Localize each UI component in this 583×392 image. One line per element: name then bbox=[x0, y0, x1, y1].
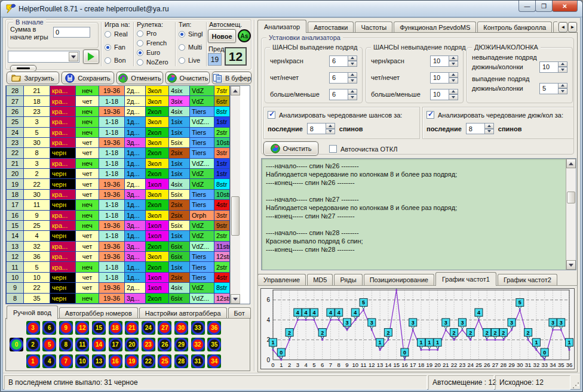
table-row-spin-19[interactable]: 1922чернчет19-362д...1кол4sixVdZ8str bbox=[7, 179, 230, 189]
radio-icon[interactable] bbox=[137, 50, 143, 56]
number-button-21[interactable]: 21 bbox=[125, 321, 139, 335]
number-button-25[interactable]: 25 bbox=[158, 354, 171, 368]
resize-grip[interactable] bbox=[572, 382, 579, 390]
play-button[interactable] bbox=[83, 50, 99, 64]
autoshift-as-button[interactable]: As bbox=[238, 29, 251, 42]
chart-tab-1[interactable]: Управление bbox=[257, 274, 306, 285]
number-button-36[interactable]: 36 bbox=[207, 321, 221, 335]
number-button-34[interactable]: 34 bbox=[207, 354, 221, 368]
spinner-up-icon[interactable] bbox=[559, 61, 567, 67]
number-button-29[interactable]: 29 bbox=[174, 338, 188, 351]
radio-icon[interactable] bbox=[137, 30, 143, 37]
close-button[interactable]: ✕ bbox=[552, 1, 578, 12]
scrollbar-thumb[interactable] bbox=[231, 196, 240, 236]
table-row-spin-25[interactable]: 253кра...неч1-181д...3кол1sixVdZ...1str bbox=[7, 117, 230, 127]
toolbar-open-folder-button[interactable]: Загрузить bbox=[7, 72, 59, 84]
analyzer-clear-button[interactable]: Очистить bbox=[263, 141, 318, 156]
scroll-up-icon[interactable] bbox=[231, 86, 240, 95]
number-button-0[interactable]: 0 bbox=[10, 338, 23, 351]
toolbar-undo-button[interactable]: Отменить bbox=[116, 72, 163, 84]
game-option-fan[interactable]: Fan bbox=[105, 44, 125, 51]
number-button-23[interactable]: 23 bbox=[142, 338, 155, 351]
number-button-15[interactable]: 15 bbox=[92, 321, 106, 335]
number-button-6[interactable]: 6 bbox=[42, 321, 56, 335]
spinner-up-icon[interactable] bbox=[348, 55, 357, 61]
table-row-spin-20[interactable]: 202чернчет1-181д...2кол1sixVdZ1str bbox=[7, 169, 230, 179]
table-row-spin-16[interactable]: 169кра...неч1-181д...3кол2sixOrph3str bbox=[7, 211, 230, 221]
number-button-11[interactable]: 11 bbox=[75, 338, 89, 351]
start-sum-input[interactable] bbox=[53, 27, 90, 38]
number-button-16[interactable]: 16 bbox=[109, 354, 122, 368]
chart-tab-5[interactable]: График частот1 bbox=[435, 272, 496, 286]
minimize-button[interactable]: — bbox=[518, 1, 536, 12]
number-button-30[interactable]: 30 bbox=[174, 321, 188, 335]
spinner-down-icon[interactable] bbox=[348, 94, 357, 100]
game-option-bon[interactable]: Bon bbox=[105, 57, 126, 64]
miss-value[interactable]: 10 bbox=[430, 55, 449, 67]
dozen-hit-value[interactable]: 5 bbox=[539, 83, 559, 94]
analyzer-tab-6[interactable]: Колесо ру bbox=[553, 21, 557, 33]
spinner-up-icon[interactable] bbox=[326, 123, 335, 129]
number-button-20[interactable]: 20 bbox=[125, 338, 139, 351]
dozen-spins-value[interactable]: 8 bbox=[466, 123, 485, 134]
number-button-4[interactable]: 4 bbox=[42, 354, 56, 368]
type-option-singl[interactable]: Singl bbox=[179, 30, 202, 38]
spinner-down-icon[interactable] bbox=[348, 78, 357, 84]
spinner-up-icon[interactable] bbox=[485, 123, 494, 129]
spinner-up-icon[interactable] bbox=[449, 72, 458, 78]
number-button-5[interactable]: 5 bbox=[42, 338, 56, 351]
radio-icon[interactable] bbox=[137, 40, 143, 47]
hit-value[interactable]: 6 bbox=[329, 72, 348, 84]
spinner-up-icon[interactable] bbox=[348, 89, 357, 95]
table-row-spin-18[interactable]: 1830кра...чет19-363д...3кол5sixTiers10st… bbox=[7, 190, 230, 200]
roulette-option-nozero[interactable]: NoZero bbox=[137, 58, 168, 66]
toolbar-copy-button[interactable]: В буфер bbox=[212, 72, 251, 84]
number-button-35[interactable]: 35 bbox=[207, 338, 221, 351]
titlebar[interactable]: HelperRoullet 8.71 - create helperroulle… bbox=[1, 1, 582, 17]
input-tab-4[interactable]: Бот bbox=[228, 307, 251, 319]
number-button-8[interactable]: 8 bbox=[59, 338, 73, 351]
spinner-down-icon[interactable] bbox=[559, 88, 567, 94]
spinner-down-icon[interactable] bbox=[559, 67, 567, 73]
table-row-spin-24[interactable]: 245кра...неч1-181д...2кол1sixTiers2str bbox=[7, 128, 230, 138]
spinner-down-icon[interactable] bbox=[348, 61, 357, 67]
table-row-spin-27[interactable]: 2718кра...чет1-182д...3кол3sixVdZ6str bbox=[7, 96, 230, 106]
spinner-down-icon[interactable] bbox=[449, 78, 458, 84]
dozen-miss-value[interactable]: 10 bbox=[539, 61, 559, 73]
number-button-3[interactable]: 3 bbox=[26, 321, 40, 335]
spinner-down-icon[interactable] bbox=[485, 129, 494, 135]
analyzer-tab-1[interactable]: Анализатор bbox=[257, 20, 306, 33]
number-button-1[interactable]: 1 bbox=[26, 354, 40, 368]
roulette-option-pro[interactable]: Pro bbox=[137, 30, 157, 37]
miss-value[interactable]: 10 bbox=[430, 89, 449, 100]
spinner-up-icon[interactable] bbox=[559, 83, 567, 89]
radio-icon[interactable] bbox=[179, 31, 185, 38]
input-tab-3[interactable]: Настройки автограббера bbox=[139, 307, 227, 319]
collapse-button[interactable] bbox=[10, 65, 36, 72]
table-row-spin-9[interactable]: 922чернчет19-362д...1кол4sixVdZ8str bbox=[7, 283, 230, 293]
radio-icon[interactable] bbox=[179, 57, 185, 64]
input-tab-1[interactable]: Ручной ввод bbox=[7, 305, 58, 319]
scroll-down-icon[interactable] bbox=[231, 294, 240, 304]
number-button-26[interactable]: 26 bbox=[158, 338, 171, 351]
miss-value[interactable]: 10 bbox=[430, 72, 449, 84]
spinner-down-icon[interactable] bbox=[326, 129, 335, 135]
spinner-up-icon[interactable] bbox=[348, 72, 357, 78]
number-button-24[interactable]: 24 bbox=[142, 321, 155, 335]
radio-icon[interactable] bbox=[105, 31, 111, 38]
table-row-spin-22[interactable]: 228чернчет1-181д...2кол2sixTiers3str bbox=[7, 148, 230, 158]
number-button-9[interactable]: 9 bbox=[59, 321, 73, 335]
chart-tab-6[interactable]: График частот2 bbox=[498, 274, 557, 285]
autoclear-checkbox[interactable] bbox=[329, 145, 337, 153]
analyzer-tab-5[interactable]: Контроль банкролла bbox=[477, 21, 552, 33]
spinner-up-icon[interactable] bbox=[449, 55, 458, 61]
alternation-dozen-checkbox[interactable] bbox=[426, 111, 434, 119]
toolbar-clear-button[interactable]: Очистить bbox=[165, 72, 210, 84]
chart-tab-4[interactable]: Позиционирование bbox=[364, 274, 434, 285]
scrollbar-thumb[interactable] bbox=[567, 192, 575, 203]
table-row-spin-17[interactable]: 1711черннеч1-181д...2кол2sixTiers4str bbox=[7, 200, 230, 210]
spinner-down-icon[interactable] bbox=[449, 61, 458, 67]
chart-tab-2[interactable]: MD5 bbox=[307, 274, 333, 285]
number-button-18[interactable]: 18 bbox=[109, 321, 122, 335]
spinner-up-icon[interactable] bbox=[449, 89, 458, 95]
